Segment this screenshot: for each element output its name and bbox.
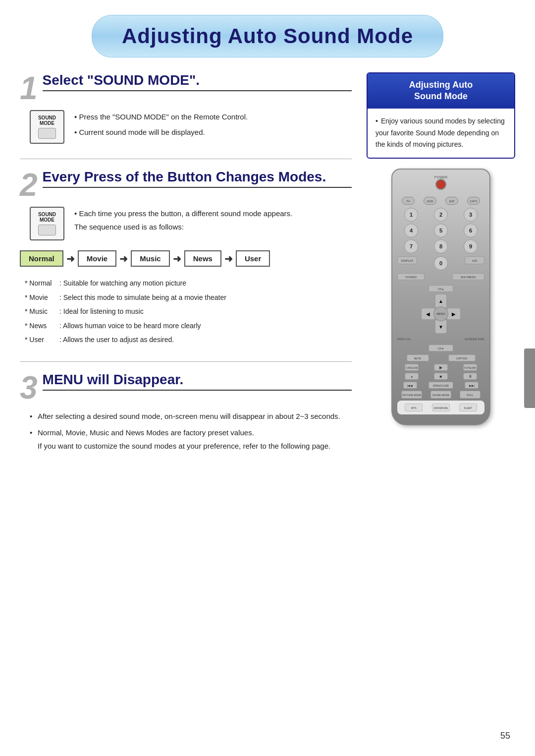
special-row: DISPLAY 0 100 <box>397 256 484 270</box>
play-button[interactable]: ▶ <box>434 364 448 371</box>
num-3[interactable]: 3 <box>464 208 478 222</box>
multimedia-button[interactable]: MULTIMEDIA <box>452 273 484 280</box>
source-row: TV DVD SAT CATV <box>397 197 484 205</box>
mode-user: User <box>236 250 270 267</box>
page-header: Adjusting Auto Sound Mode <box>0 0 535 67</box>
pause-button[interactable]: ⏸ <box>463 373 477 380</box>
remote-bottom-panel: MTS ADD/ERASE SLEEP <box>397 401 484 414</box>
mute-caption-row: MUTE CAPTION <box>397 354 484 361</box>
dpad-center[interactable]: MENU <box>433 306 448 321</box>
stop-button[interactable]: ■ <box>434 373 448 380</box>
main-content: 1 Select "SOUND MODE". SOUND MODE • Pres… <box>0 67 535 472</box>
transport-row-3: |◀◀ OPEN/CLOSE ▶▶| <box>397 382 484 389</box>
right-edge-tab <box>524 349 535 408</box>
rec-button[interactable]: ● <box>405 373 419 380</box>
num-6[interactable]: 6 <box>464 224 478 237</box>
transport-row-2: ● ■ ⏸ <box>397 373 484 380</box>
mode-row: PICTURE MODE SOUND MODE STILL <box>397 391 484 399</box>
tv-video-button[interactable]: TV/VIDEO <box>397 273 425 280</box>
mode-sequence: Normal ➜ Movie ➜ Music ➜ News ➜ User <box>20 250 352 267</box>
section-2-text: • Each time you press the button, a diff… <box>74 207 292 233</box>
arrow-3: ➜ <box>173 253 181 265</box>
num-8[interactable]: 8 <box>434 239 448 253</box>
arrow-4: ➜ <box>224 253 233 265</box>
num-1[interactable]: 1 <box>404 208 418 222</box>
num-7[interactable]: 7 <box>404 239 418 253</box>
right-panel-body: Enjoy various sound modes by selecting y… <box>368 109 514 158</box>
mode-desc-user: * User: Allows the user to adjust as des… <box>25 333 352 347</box>
section-2-body: SOUND MODE • Each time you press the but… <box>20 207 352 240</box>
open-close-button[interactable]: OPEN/CLOSE <box>428 382 453 389</box>
dpad-right[interactable]: ▶ <box>447 308 461 320</box>
display-button[interactable]: DISPLAY <box>397 256 417 264</box>
section-2-instruction-2: The sequence used is as follows: <box>74 220 292 233</box>
num-5[interactable]: 5 <box>434 224 448 237</box>
mute-button[interactable]: MUTE <box>407 354 429 361</box>
num-4[interactable]: 4 <box>404 224 418 237</box>
button-square <box>38 128 56 139</box>
sat-button[interactable]: SAT <box>445 197 458 205</box>
ch-down-button[interactable]: CH▼ <box>428 345 453 351</box>
mode-desc-normal: * Normal: Suitable for watching any moti… <box>25 277 352 290</box>
right-panel-title: Adjusting Auto Sound Mode <box>375 79 506 103</box>
section-1-instruction-1: • Press the "SOUND MODE" on the Remote C… <box>74 110 248 123</box>
dpad-up[interactable]: ▲ <box>435 294 447 308</box>
power-button[interactable] <box>435 179 446 190</box>
fr-slow-button[interactable]: F.R/SLOW <box>405 364 419 371</box>
ch-down-area: CH▼ <box>397 343 484 351</box>
mode-news: News <box>184 250 221 267</box>
remote-container: POWER TV DVD SAT CATV 1 2 3 4 5 6 <box>367 169 515 425</box>
divider-2 <box>20 361 352 362</box>
num-2[interactable]: 2 <box>434 208 448 222</box>
prev-button[interactable]: |◀◀ <box>403 382 417 389</box>
mode-descriptions: * Normal: Suitable for watching any moti… <box>20 277 352 347</box>
ch-up-area: CH▲ <box>397 283 484 292</box>
catv-button[interactable]: CATV <box>467 197 480 205</box>
right-panel-header: Adjusting Auto Sound Mode <box>368 73 514 109</box>
picture-mode-button[interactable]: PICTURE MODE <box>401 391 422 399</box>
section-3-body: After selecting a desired sound mode, on… <box>20 409 352 453</box>
caption-button[interactable]: CAPTION <box>448 354 476 361</box>
next-button[interactable]: ▶▶| <box>465 382 479 389</box>
dpad: ▲ ▼ ◀ ▶ MENU <box>421 294 461 334</box>
right-column: Adjusting Auto Sound Mode Enjoy various … <box>367 72 515 467</box>
still-button[interactable]: STILL <box>460 391 481 399</box>
hundred-button[interactable]: 100 <box>465 256 484 264</box>
divider-1 <box>20 159 352 159</box>
section-3-item-1: After selecting a desired sound mode, on… <box>30 409 352 423</box>
section-3-header: 3 MENU will Disappear. <box>20 372 352 404</box>
num-0[interactable]: 0 <box>434 256 448 270</box>
dpad-left[interactable]: ◀ <box>421 308 435 320</box>
num-9[interactable]: 9 <box>464 239 478 253</box>
right-panel-box: Adjusting Auto Sound Mode Enjoy various … <box>367 72 515 159</box>
section-1-number: 1 <box>20 72 38 104</box>
sound-mode-label-3: SOUND <box>38 212 56 217</box>
sound-mode-label-1: SOUND <box>38 115 56 120</box>
mode-normal: Normal <box>20 250 63 267</box>
ch-up-button[interactable]: CH▲ <box>428 285 453 292</box>
dpad-down[interactable]: ▼ <box>435 320 447 334</box>
sleep-button[interactable]: SLEEP <box>459 404 477 411</box>
mts-button[interactable]: MTS <box>405 404 423 411</box>
section-1-title: Select "SOUND MODE". <box>43 72 352 91</box>
sound-mode-button-1[interactable]: SOUND MODE <box>30 110 64 144</box>
add-erase-button[interactable]: ADD/ERASE <box>432 404 450 411</box>
left-column: 1 Select "SOUND MODE". SOUND MODE • Pres… <box>20 72 352 467</box>
arrow-2: ➜ <box>119 253 128 265</box>
dvd-button[interactable]: DVD <box>424 197 436 205</box>
section-3: 3 MENU will Disappear. After selecting a… <box>20 372 352 453</box>
numpad: 1 2 3 4 5 6 7 8 9 <box>397 208 484 253</box>
tv-button[interactable]: TV <box>402 197 415 205</box>
header-title-box: Adjusting Auto Sound Mode <box>92 15 443 58</box>
section-2-number: 2 <box>20 169 38 201</box>
ff-slow-button[interactable]: F.F/SLOW <box>463 364 477 371</box>
mode-desc-news: * News: Allows human voice to be heard m… <box>25 319 352 333</box>
mode-desc-movie: * Movie: Select this mode to simulate be… <box>25 291 352 304</box>
sound-mode-label-4: MODE <box>40 217 54 223</box>
section-2-header: 2 Every Press of the Button Changes Mode… <box>20 169 352 201</box>
section-3-title: MENU will Disappear. <box>43 372 352 391</box>
right-panel-text: Enjoy various sound modes by selecting y… <box>375 116 506 151</box>
sound-mode-button-2[interactable]: SOUND MODE <box>30 207 64 240</box>
section-2: 2 Every Press of the Button Changes Mode… <box>20 169 352 347</box>
sound-mode-remote-button[interactable]: SOUND MODE <box>430 391 451 399</box>
